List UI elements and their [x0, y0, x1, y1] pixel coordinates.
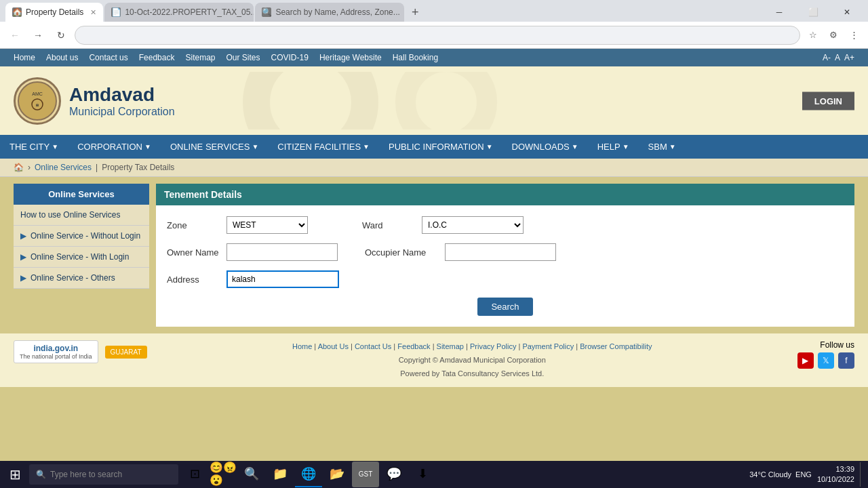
- taskbar-emoji[interactable]: 😊😠😮: [210, 462, 237, 487]
- footer-link-sitemap[interactable]: Sitemap: [437, 342, 464, 350]
- font-decrease[interactable]: A-: [823, 53, 831, 62]
- search-button[interactable]: Search: [477, 298, 532, 316]
- footer-link-payment[interactable]: Payment Policy: [522, 342, 574, 350]
- topnav-hall[interactable]: Hall Booking: [393, 53, 438, 62]
- font-increase[interactable]: A+: [844, 53, 854, 62]
- taskbar-edge[interactable]: 🌐: [295, 462, 322, 487]
- tab-close-1[interactable]: ✕: [90, 8, 96, 17]
- forward-button[interactable]: →: [28, 26, 47, 45]
- footer-link-feedback[interactable]: Feedback: [397, 342, 430, 350]
- ward-select[interactable]: I.O.C WARD 1 WARD 2: [422, 216, 524, 234]
- footer-link-contact[interactable]: Contact Us: [355, 342, 391, 350]
- breadcrumb-property-tax: Property Tax Details: [102, 163, 174, 172]
- home-icon[interactable]: 🏠: [14, 163, 24, 172]
- topnav-covid[interactable]: COVID-19: [271, 53, 309, 62]
- sidebar-link-without-login[interactable]: ▶ Online Service - Without Login: [14, 226, 149, 246]
- sidebar-link-with-login[interactable]: ▶ Online Service - With Login: [14, 247, 149, 267]
- footer-link-home[interactable]: Home: [292, 342, 312, 350]
- topnav-home[interactable]: Home: [14, 53, 35, 62]
- occupier-name-input[interactable]: [445, 243, 556, 261]
- india-gov-logo[interactable]: india.gov.in The national portal of Indi…: [14, 340, 98, 363]
- sidebar-link-others[interactable]: ▶ Online Service - Others: [14, 268, 149, 288]
- taskbar-gst[interactable]: GST: [352, 462, 379, 487]
- sidebar-label-howto: How to use Online Services: [20, 210, 120, 220]
- sidebar-arrow-without-login: ▶: [20, 231, 26, 241]
- svg-text:🏛: 🏛: [36, 103, 39, 107]
- login-button[interactable]: LOGIN: [802, 92, 854, 110]
- topnav-contact[interactable]: Contact us: [89, 53, 127, 62]
- org-title: Amdavad: [69, 84, 175, 106]
- main-panel: Tenement Details Zone WEST EAST NORTH SO…: [156, 184, 854, 327]
- address-input[interactable]: [226, 270, 339, 288]
- topnav-heritage[interactable]: Heritage Website: [319, 53, 382, 62]
- breadcrumb-online-services[interactable]: Online Services: [35, 163, 92, 172]
- footer-link-privacy[interactable]: Privacy Policy: [470, 342, 516, 350]
- taskbar-search[interactable]: 🔍 Type here to search: [29, 464, 178, 485]
- maximize-button[interactable]: ⬜: [797, 3, 829, 22]
- nav-citizen-facilities[interactable]: CITIZEN FACILITIES ▼: [268, 135, 379, 159]
- taskbar-task-view[interactable]: ⊡: [181, 462, 208, 487]
- twitter-icon[interactable]: 𝕏: [818, 352, 834, 369]
- downloads-arrow: ▼: [572, 143, 578, 150]
- gujarat-logo[interactable]: GUJARAT: [105, 346, 147, 359]
- start-button[interactable]: ⊞: [4, 466, 26, 483]
- topnav-sitemap[interactable]: Sitemap: [185, 53, 215, 62]
- taskbar-whatsapp[interactable]: 💬: [380, 462, 408, 487]
- tab-label-2: 10-Oct-2022.PROPERTY_TAX_05...: [125, 7, 254, 17]
- topnav-about[interactable]: About us: [46, 53, 78, 62]
- youtube-icon[interactable]: ▶: [797, 352, 814, 369]
- browser-toolbar: ← → ↻ ahmedabadcity.gov.in/portal/web?re…: [0, 22, 868, 49]
- nav-sbm[interactable]: SBM ▼: [639, 135, 686, 159]
- show-desktop-button[interactable]: [860, 462, 864, 487]
- extensions-icon[interactable]: ⚙: [825, 26, 842, 44]
- footer-link-about[interactable]: About Us: [318, 342, 349, 350]
- topnav-feedback[interactable]: Feedback: [139, 53, 175, 62]
- footer-logos: india.gov.in The national portal of Indi…: [14, 340, 147, 363]
- sidebar-item-without-login[interactable]: ▶ Online Service - Without Login: [14, 226, 149, 247]
- header-decoration: [175, 72, 582, 129]
- footer-copyright: Copyright © Amdavad Municipal Corporatio…: [292, 354, 652, 367]
- sidebar-item-others[interactable]: ▶ Online Service - Others: [14, 268, 149, 289]
- sidebar-item-with-login[interactable]: ▶ Online Service - With Login: [14, 247, 149, 268]
- follow-us-label: Follow us: [797, 340, 854, 350]
- nav-help[interactable]: HELP ▼: [588, 135, 639, 159]
- nav-online-services[interactable]: ONLINE SERVICES ▼: [161, 135, 268, 159]
- org-name-area: Amdavad Municipal Corporation: [69, 84, 175, 118]
- font-normal[interactable]: A: [835, 53, 840, 62]
- minimize-button[interactable]: ─: [764, 3, 795, 22]
- nav-corporation[interactable]: CORPORATION ▼: [68, 135, 161, 159]
- zone-select[interactable]: WEST EAST NORTH SOUTH CENTRAL: [226, 216, 308, 234]
- topnav-oursites[interactable]: Our Sites: [226, 53, 260, 62]
- tab-property-tax[interactable]: 📄 10-Oct-2022.PROPERTY_TAX_05... ✕: [104, 3, 254, 22]
- zone-group: Zone WEST EAST NORTH SOUTH CENTRAL: [167, 216, 308, 234]
- tab-search[interactable]: 🔍 Search by Name, Address, Zone... ✕: [255, 3, 404, 22]
- taskbar-app-misc[interactable]: ⬇: [409, 462, 436, 487]
- back-button[interactable]: ←: [5, 26, 24, 45]
- taskbar-search-app[interactable]: 🔍: [238, 462, 265, 487]
- footer-link-browser[interactable]: Browser Compatibility: [580, 342, 652, 350]
- bookmark-icon[interactable]: ☆: [804, 26, 822, 44]
- taskbar-explorer[interactable]: 📂: [323, 462, 351, 487]
- tray-language: ENG: [795, 470, 812, 479]
- sidebar-item-howto[interactable]: How to use Online Services: [14, 205, 149, 226]
- tab-label-1: Property Details: [26, 7, 83, 17]
- refresh-button[interactable]: ↻: [52, 26, 71, 45]
- nav-the-city[interactable]: THE CITY ▼: [0, 135, 68, 159]
- taskbar-clock[interactable]: 13:39 10/10/2022: [817, 464, 854, 485]
- close-button[interactable]: ✕: [831, 3, 863, 22]
- url-input[interactable]: ahmedabadcity.gov.in/portal/web?requestT…: [83, 31, 791, 39]
- address-bar[interactable]: ahmedabadcity.gov.in/portal/web?requestT…: [75, 26, 800, 45]
- nav-public-information[interactable]: PUBLIC INFORMATION ▼: [379, 135, 502, 159]
- breadcrumb-separator-2: |: [96, 163, 98, 172]
- new-tab-button[interactable]: +: [406, 3, 425, 22]
- owner-name-input[interactable]: [226, 243, 338, 261]
- system-tray: 34°C Cloudy ENG: [749, 470, 812, 479]
- nav-downloads[interactable]: DOWNLOADS ▼: [502, 135, 588, 159]
- sidebar-link-howto[interactable]: How to use Online Services: [14, 205, 149, 225]
- sidebar-label-without-login: Online Service - Without Login: [31, 231, 140, 241]
- tab-property-details[interactable]: 🏠 Property Details ✕: [5, 3, 103, 22]
- menu-icon[interactable]: ⋮: [845, 26, 863, 44]
- taskbar-files[interactable]: 📁: [267, 462, 294, 487]
- facebook-icon[interactable]: f: [838, 352, 854, 369]
- tab-favicon-1: 🏠: [12, 7, 22, 17]
